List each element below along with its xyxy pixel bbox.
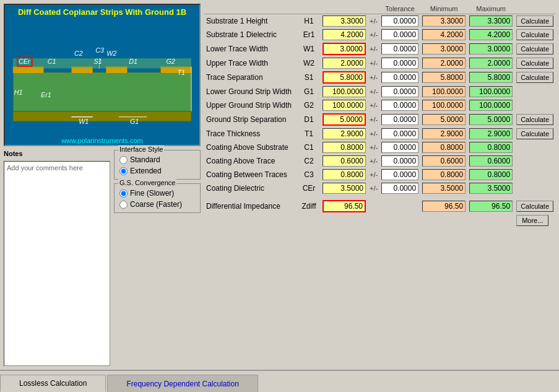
param-calc-button-8[interactable]: Calculate — [516, 128, 553, 139]
param-value-input-7[interactable] — [323, 113, 366, 126]
param-min-input-4[interactable] — [422, 72, 466, 83]
param-max-input-4[interactable] — [469, 72, 513, 83]
param-max-input-1[interactable] — [469, 29, 513, 40]
notes-text: Add your comments here — [7, 164, 107, 172]
param-tol-input-7[interactable] — [381, 114, 418, 125]
zdiff-calculate-button[interactable]: Calculate — [516, 201, 553, 212]
param-tol-input-9[interactable] — [381, 142, 418, 153]
param-min-input-6[interactable] — [422, 100, 466, 111]
param-value-input-0[interactable] — [323, 15, 366, 27]
param-min-input-3[interactable] — [422, 58, 466, 69]
param-value-input-4[interactable] — [323, 71, 366, 84]
param-max-input-9[interactable] — [469, 142, 513, 153]
param-calc-button-1[interactable]: Calculate — [516, 29, 553, 40]
param-label-4: Trace Separation — [204, 70, 297, 85]
more-row: More... — [204, 214, 555, 227]
convergence-fine-label: Fine (Slower) — [130, 189, 174, 198]
zdiff-max-input[interactable] — [469, 201, 513, 212]
param-tol-input-10[interactable] — [381, 155, 418, 167]
param-min-input-8[interactable] — [422, 128, 466, 139]
convergence-fine-radio[interactable] — [119, 189, 128, 198]
param-max-input-5[interactable] — [469, 86, 513, 97]
param-value-input-10[interactable] — [323, 155, 366, 167]
param-tol-cell-7 — [379, 112, 420, 127]
param-value-input-1[interactable] — [323, 29, 366, 40]
param-tol-input-3[interactable] — [381, 58, 418, 69]
param-value-cell-7 — [321, 112, 368, 127]
param-value-input-2[interactable] — [323, 43, 366, 55]
more-cell: More... — [514, 214, 555, 227]
header-action — [514, 4, 555, 14]
param-tol-input-6[interactable] — [381, 100, 418, 111]
left-panel: Diff Coated Coplanar Strips With Ground … — [4, 4, 201, 366]
param-max-input-8[interactable] — [469, 128, 513, 139]
svg-text:C2: C2 — [74, 50, 83, 57]
param-max-input-12[interactable] — [469, 183, 513, 194]
param-calc-button-7[interactable]: Calculate — [516, 114, 553, 125]
param-tol-input-2[interactable] — [381, 43, 418, 54]
param-value-cell-11 — [321, 168, 368, 181]
param-max-input-3[interactable] — [469, 58, 513, 69]
param-min-input-0[interactable] — [422, 15, 466, 27]
param-min-input-1[interactable] — [422, 29, 466, 40]
param-value-input-6[interactable] — [323, 100, 366, 111]
param-tol-cell-3 — [379, 56, 420, 70]
param-max-input-2[interactable] — [469, 43, 513, 54]
convergence-coarse-radio[interactable] — [119, 201, 128, 209]
svg-text:T1: T1 — [177, 69, 185, 76]
param-max-input-10[interactable] — [469, 155, 513, 167]
param-value-cell-12 — [321, 181, 368, 195]
param-calc-button-3[interactable]: Calculate — [516, 58, 553, 69]
param-tol-input-12[interactable] — [381, 183, 418, 194]
param-pm-4: +/- — [368, 70, 379, 85]
param-calc-button-2[interactable]: Calculate — [516, 43, 553, 54]
param-value-input-3[interactable] — [323, 58, 366, 69]
param-max-input-6[interactable] — [469, 100, 513, 111]
param-tol-input-8[interactable] — [381, 128, 418, 139]
param-min-input-11[interactable] — [422, 169, 466, 180]
param-calc-button-0[interactable]: Calculate — [516, 15, 553, 27]
param-min-input-12[interactable] — [422, 183, 466, 194]
zdiff-max-cell — [467, 199, 514, 214]
param-label-10: Coating Above Trace — [204, 154, 297, 168]
param-min-input-10[interactable] — [422, 155, 466, 167]
zdiff-tol — [379, 199, 420, 214]
param-value-input-8[interactable] — [323, 128, 366, 139]
param-min-input-9[interactable] — [422, 142, 466, 153]
param-tol-input-11[interactable] — [381, 169, 418, 180]
param-max-input-11[interactable] — [469, 169, 513, 180]
zdiff-min-input[interactable] — [422, 201, 466, 212]
zdiff-input[interactable] — [323, 200, 366, 212]
interface-extended-radio[interactable] — [119, 167, 128, 175]
param-value-input-12[interactable] — [323, 183, 366, 194]
param-tol-cell-10 — [379, 154, 420, 168]
param-min-input-7[interactable] — [422, 114, 466, 125]
param-tol-input-4[interactable] — [381, 72, 418, 83]
param-value-input-11[interactable] — [323, 169, 366, 180]
tab-lossless[interactable]: Lossless Calculation — [0, 375, 106, 392]
svg-text:G2: G2 — [166, 58, 175, 65]
param-value-input-9[interactable] — [323, 142, 366, 153]
param-tol-input-5[interactable] — [381, 86, 418, 97]
interface-standard-radio[interactable] — [119, 156, 128, 164]
param-symbol-3: W2 — [297, 56, 321, 70]
svg-text:CEr: CEr — [19, 58, 30, 65]
param-max-input-7[interactable] — [469, 114, 513, 125]
param-tol-input-1[interactable] — [381, 29, 418, 40]
more-button[interactable]: More... — [516, 215, 548, 226]
diagram-inner: Er1 H1 — [7, 19, 197, 136]
tab-frequency[interactable]: Frequency Dependent Calculation — [107, 375, 258, 392]
param-value-input-5[interactable] — [323, 86, 366, 97]
param-tol-cell-2 — [379, 41, 420, 56]
param-min-input-5[interactable] — [422, 86, 466, 97]
param-calc-button-4[interactable]: Calculate — [516, 72, 553, 83]
param-min-input-2[interactable] — [422, 43, 466, 54]
header-maximum: Maximum — [467, 4, 514, 14]
param-max-input-0[interactable] — [469, 15, 513, 27]
svg-text:Er1: Er1 — [41, 91, 51, 98]
param-value-cell-0 — [321, 14, 368, 28]
param-tol-input-0[interactable] — [381, 15, 418, 27]
param-calc-cell-3: Calculate — [514, 56, 555, 70]
param-value-cell-8 — [321, 127, 368, 141]
table-header: Tolerance Minimum Maximum — [204, 4, 555, 14]
